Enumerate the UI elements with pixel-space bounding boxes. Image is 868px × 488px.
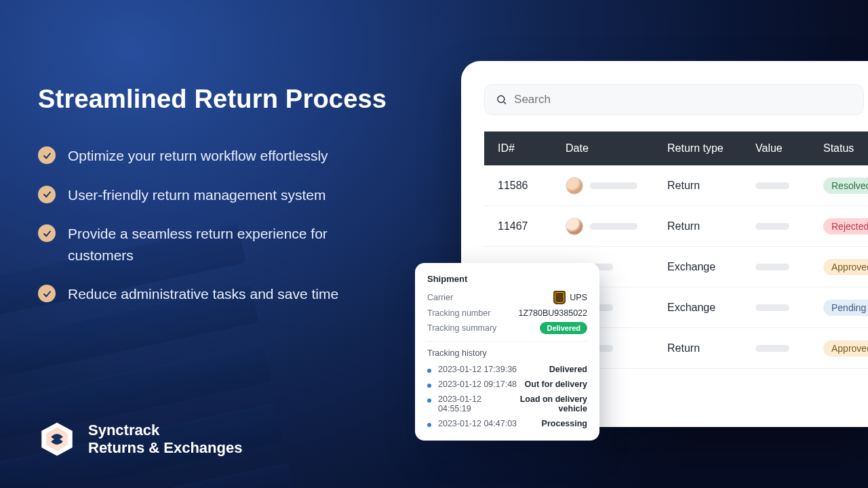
table-header: ID# Date Return type Value Status <box>484 131 868 165</box>
cell-type: Return <box>667 220 755 232</box>
history-item: 2023-01-12 09:17:48Out for delivery <box>427 377 587 392</box>
history-heading: Tracking history <box>427 348 587 358</box>
check-icon <box>38 146 56 164</box>
bullet-text: Provide a seamless return experience for… <box>68 223 387 266</box>
kv-summary: Tracking summary Delivered <box>427 322 587 334</box>
status-badge: Rejected <box>823 218 868 235</box>
brand-block: Synctrack Returns & Exchanges <box>38 420 242 458</box>
hero-title: Streamlined Return Process <box>38 85 418 114</box>
cell-value <box>755 264 823 270</box>
hero-section: Streamlined Return Process Optimize your… <box>38 85 418 305</box>
cell-value <box>755 304 823 311</box>
history-status: Load on delivery vehicle <box>513 394 587 413</box>
kv-tracking: Tracking number 1Z780BU9385022 <box>427 308 587 318</box>
status-badge: Pending approval <box>823 300 868 316</box>
cell-status: Approved <box>823 259 868 275</box>
search-icon <box>496 94 507 106</box>
cell-value <box>755 182 823 189</box>
check-icon <box>38 224 56 242</box>
avatar <box>566 177 583 195</box>
bullet-item: Provide a seamless return experience for… <box>38 223 418 266</box>
skeleton-bar <box>755 223 789 230</box>
divider <box>426 341 589 342</box>
tracking-history: 2023-01-12 17:39:36Delivered 2023-01-12 … <box>427 362 587 431</box>
skeleton-bar <box>590 223 637 230</box>
avatar <box>566 218 583 235</box>
history-status: Out for delivery <box>525 380 587 389</box>
summary-label: Tracking summary <box>427 323 496 333</box>
col-type: Return type <box>667 142 755 155</box>
bullet-item: Reduce administrative tasks and save tim… <box>38 283 418 305</box>
hero-bullets: Optimize your return workflow effortless… <box>38 145 418 305</box>
shipment-card: Shipment Carrier UPS Tracking number 1Z7… <box>415 263 599 441</box>
history-ts: 2023-01-12 17:39:36 <box>438 365 542 374</box>
bullet-item: Optimize your return workflow effortless… <box>38 145 418 167</box>
col-value: Value <box>755 142 823 155</box>
brand-line2: Returns & Exchanges <box>88 439 242 457</box>
history-ts: 2023-01-12 04:47:03 <box>438 419 535 428</box>
history-ts: 2023-01-12 09:17:48 <box>438 380 518 389</box>
history-item: 2023-01-12 04:47:03Processing <box>427 416 587 431</box>
bullet-text: Optimize your return workflow effortless… <box>68 145 328 167</box>
cell-status: Rejected <box>823 218 868 235</box>
col-status: Status <box>823 142 868 155</box>
history-item: 2023-01-12 04:55:19Load on delivery vehi… <box>427 392 587 416</box>
cell-status: Approved <box>823 340 868 357</box>
tracking-number[interactable]: 1Z780BU9385022 <box>519 308 587 318</box>
skeleton-bar <box>755 304 789 311</box>
ups-logo-icon <box>553 291 566 304</box>
bullet-text: User-friendly return management system <box>68 184 326 206</box>
skeleton-bar <box>590 182 637 189</box>
cell-type: Exchange <box>667 302 755 314</box>
table-row[interactable]: 11467 Return Rejected <box>484 206 868 247</box>
history-ts: 2023-01-12 04:55:19 <box>438 394 506 413</box>
cell-value <box>755 345 823 352</box>
svg-point-2 <box>498 96 505 102</box>
carrier-label: Carrier <box>427 293 453 302</box>
brand-text: Synctrack Returns & Exchanges <box>88 422 242 457</box>
dot-icon <box>427 423 431 427</box>
brand-logo-icon <box>38 420 76 458</box>
brand-line1: Synctrack <box>88 422 242 439</box>
cell-value <box>755 223 823 230</box>
tracking-label: Tracking number <box>427 308 490 318</box>
cell-date <box>566 218 667 235</box>
carrier-name: UPS <box>570 293 587 302</box>
check-icon <box>38 186 56 203</box>
history-status: Delivered <box>549 365 587 374</box>
status-badge: Approved <box>823 340 868 357</box>
cell-type: Return <box>667 342 755 354</box>
search-input[interactable] <box>514 93 852 106</box>
search-input-wrapper[interactable] <box>484 84 864 115</box>
table-row[interactable]: 11586 Return Resolved <box>484 165 868 206</box>
cell-type: Exchange <box>667 261 755 273</box>
skeleton-bar <box>755 345 789 352</box>
cell-id: 11467 <box>498 220 566 232</box>
kv-carrier: Carrier UPS <box>427 291 587 304</box>
skeleton-bar <box>755 182 789 189</box>
cell-type: Return <box>667 180 755 192</box>
bullet-text: Reduce administrative tasks and save tim… <box>68 283 338 305</box>
check-icon <box>38 285 56 302</box>
dot-icon <box>427 369 431 373</box>
summary-status-pill: Delivered <box>540 322 587 334</box>
cell-id: 11586 <box>498 180 566 192</box>
status-badge: Approved <box>823 259 868 275</box>
shipment-heading: Shipment <box>427 274 587 284</box>
skeleton-bar <box>755 264 789 270</box>
dot-icon <box>427 384 431 388</box>
col-id: ID# <box>498 142 566 155</box>
col-date: Date <box>566 142 667 155</box>
marketing-slide: Streamlined Return Process Optimize your… <box>0 0 868 488</box>
cell-status: Pending approval <box>823 300 868 316</box>
cell-date <box>566 177 667 195</box>
history-status: Processing <box>542 419 587 428</box>
history-item: 2023-01-12 17:39:36Delivered <box>427 362 587 377</box>
bullet-item: User-friendly return management system <box>38 184 418 206</box>
status-badge: Resolved <box>823 178 868 194</box>
carrier-value: UPS <box>553 291 587 304</box>
svg-line-3 <box>504 102 506 104</box>
dot-icon <box>427 399 431 403</box>
cell-status: Resolved <box>823 178 868 194</box>
